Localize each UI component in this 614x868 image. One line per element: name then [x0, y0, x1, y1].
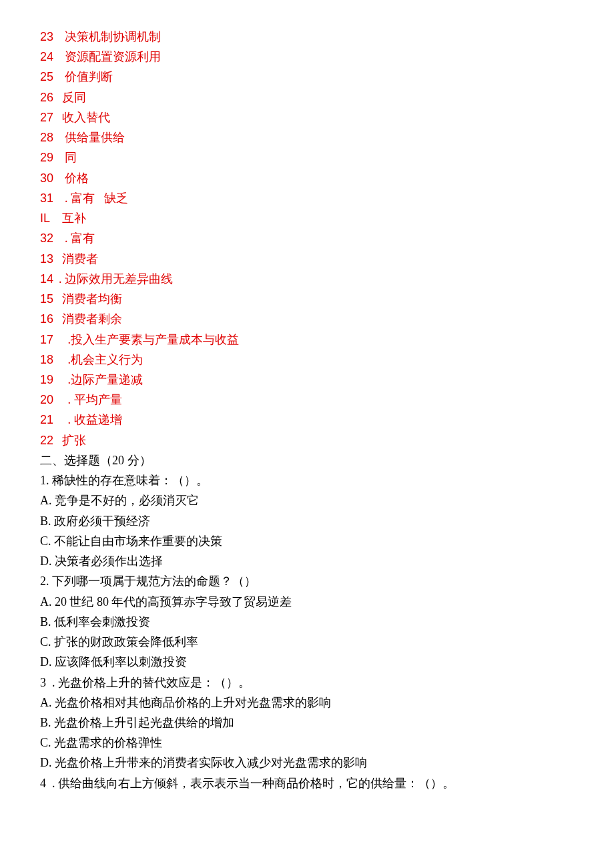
answer-number: 25	[40, 67, 59, 87]
answer-text: 消费者	[59, 252, 98, 266]
question-line: A. 竞争是不好的，必须消灭它	[40, 490, 574, 510]
question-line: 2. 下列哪一项属于规范方法的命题？（）	[40, 571, 574, 591]
question-line: B. 光盘价格上升引起光盘供给的增加	[40, 713, 574, 733]
question-line: C. 不能让自由市场来作重要的决策	[40, 531, 574, 551]
question-line: D. 光盘价格上升带来的消费者实际收入减少对光盘需求的影响	[40, 753, 574, 773]
answer-text: . 收益递增	[59, 413, 122, 426]
answer-number: 22	[40, 430, 59, 450]
answer-text: 同	[59, 151, 77, 164]
answer-line: 31 . 富有 缺乏	[40, 188, 574, 208]
answer-line: 16 消费者剩余	[40, 309, 574, 329]
answer-number: 19	[40, 370, 59, 390]
answer-line: 18 .机会主义行为	[40, 350, 574, 370]
answer-text: . 边际效用无差异曲线	[59, 272, 173, 286]
answer-number: 20	[40, 390, 59, 410]
answer-line: 13 消费者	[40, 249, 574, 269]
question-line: 二、选择题（20 分）	[40, 450, 574, 470]
answer-number: 30	[40, 168, 59, 188]
answer-text: 扩张	[59, 434, 86, 447]
answer-number: 13	[40, 249, 59, 269]
answer-number: 21	[40, 410, 59, 430]
answer-line: 21 . 收益递增	[40, 410, 574, 430]
answer-text: 收入替代	[59, 111, 110, 124]
answer-list: 23 决策机制协调机制24 资源配置资源利用25 价值判断26 反同27 收入替…	[40, 27, 574, 450]
question-line: 3 . 光盘价格上升的替代效应是：（）。	[40, 673, 574, 693]
answer-line: IL 互补	[40, 208, 574, 228]
answer-line: 14. 边际效用无差异曲线	[40, 269, 574, 289]
answer-line: 20 . 平均产量	[40, 390, 574, 410]
answer-text: .边际产量递减	[59, 373, 143, 386]
answer-number: 28	[40, 127, 59, 147]
answer-number: 14	[40, 269, 59, 289]
answer-text: 价值判断	[59, 70, 113, 83]
answer-text: 反同	[59, 91, 86, 104]
answer-line: 32 . 富有	[40, 228, 574, 248]
answer-text: 供给量供给	[59, 131, 125, 144]
answer-line: 29 同	[40, 147, 574, 167]
answer-number: 26	[40, 87, 59, 107]
answer-number: 16	[40, 309, 59, 329]
answer-number: 23	[40, 27, 59, 47]
question-line: C. 光盘需求的价格弹性	[40, 733, 574, 753]
answer-text: . 平均产量	[59, 393, 122, 406]
answer-line: 17 .投入生产要素与产量成本与收益	[40, 330, 574, 350]
answer-number: 15	[40, 289, 59, 309]
answer-text: 资源配置资源利用	[59, 50, 161, 63]
answer-line: 27 收入替代	[40, 107, 574, 127]
answer-number: IL	[40, 208, 59, 228]
answer-line: 25 价值判断	[40, 67, 574, 87]
answer-number: 32	[40, 228, 59, 248]
answer-text: 决策机制协调机制	[59, 30, 161, 43]
question-line: D. 应该降低利率以刺激投资	[40, 652, 574, 672]
question-line: A. 20 世纪 80 年代的高预算赤字导致了贸易逆差	[40, 592, 574, 612]
answer-text: .投入生产要素与产量成本与收益	[59, 333, 239, 346]
question-list: 二、选择题（20 分）1. 稀缺性的存在意味着：（）。A. 竞争是不好的，必须消…	[40, 450, 574, 793]
answer-line: 30 价格	[40, 168, 574, 188]
question-line: B. 政府必须干预经济	[40, 511, 574, 531]
question-line: 1. 稀缺性的存在意味着：（）。	[40, 470, 574, 490]
answer-text: .机会主义行为	[59, 353, 143, 366]
answer-text: 互补	[59, 211, 86, 225]
answer-line: 23 决策机制协调机制	[40, 27, 574, 47]
answer-number: 27	[40, 107, 59, 127]
question-line: D. 决策者必须作出选择	[40, 551, 574, 571]
answer-text: 消费者均衡	[59, 292, 122, 306]
answer-number: 24	[40, 47, 59, 67]
answer-line: 28 供给量供给	[40, 127, 574, 147]
answer-text: 价格	[59, 171, 89, 185]
answer-text: 消费者剩余	[59, 312, 122, 326]
answer-number: 17	[40, 330, 59, 350]
answer-line: 22 扩张	[40, 430, 574, 450]
answer-line: 15 消费者均衡	[40, 289, 574, 309]
question-line: A. 光盘价格相对其他商品价格的上升对光盘需求的影响	[40, 693, 574, 713]
question-line: 4 . 供给曲线向右上方倾斜，表示表示当一种商品价格时，它的供给量：（）。	[40, 773, 574, 793]
answer-number: 31	[40, 188, 59, 208]
answer-text: . 富有	[59, 232, 95, 245]
answer-line: 24 资源配置资源利用	[40, 47, 574, 67]
question-line: C. 扩张的财政政策会降低利率	[40, 632, 574, 652]
answer-number: 18	[40, 350, 59, 370]
answer-line: 19 .边际产量递减	[40, 370, 574, 390]
answer-text: . 富有 缺乏	[59, 191, 128, 205]
answer-number: 29	[40, 147, 59, 167]
question-line: B. 低利率会刺激投资	[40, 612, 574, 632]
answer-line: 26 反同	[40, 87, 574, 107]
